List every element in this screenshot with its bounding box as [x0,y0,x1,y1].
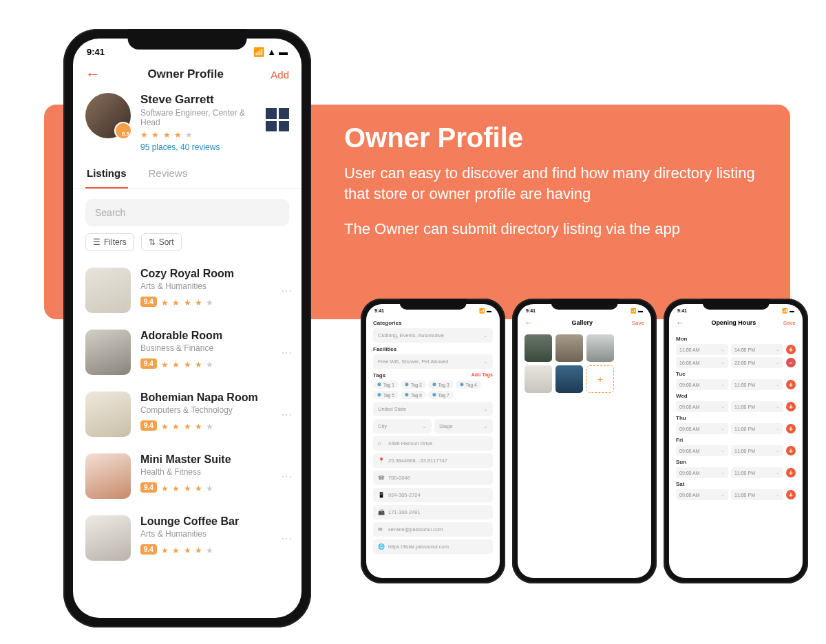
gallery-thumb[interactable] [525,334,552,362]
from-time-select[interactable]: 09:00 AM⌄ [676,467,728,478]
tag-chip[interactable]: ⊗Tag 1 [373,380,399,389]
tag-chip[interactable]: ⊗Tag 7 [428,391,454,399]
add-tags-button[interactable]: Add Tags [472,372,493,377]
gallery-thumb[interactable] [555,334,583,362]
gallery-thumb[interactable] [525,365,552,393]
from-time-select[interactable]: 16:00 AM⌄ [676,357,728,368]
banner-line1: User can easy to discover and find how m… [344,163,771,204]
tag-chip[interactable]: ⊗Tag 4 [456,380,481,389]
remove-tag-icon[interactable]: ⊗ [377,392,381,398]
back-button[interactable]: ← [525,318,533,328]
email-field[interactable]: ✉service@passionui.com [373,522,493,537]
url-field[interactable]: 🌐https://listar.passionui.com [373,539,493,554]
from-time-select[interactable]: 09:00 AM⌄ [676,489,728,500]
listing-item[interactable]: Adorable RoomBusiness & Finance9.4★ ★ ★ … [85,323,289,385]
remove-tag-icon[interactable]: ⊗ [460,382,464,387]
gallery-thumb[interactable] [586,334,614,362]
to-time-select[interactable]: 14:00 PM⌄ [731,344,783,355]
search-input[interactable]: Search [85,199,289,226]
to-time-select[interactable]: 11:00 PM⌄ [731,489,783,500]
remove-tag-icon[interactable]: ⊗ [432,392,436,398]
plus-icon: + [597,374,603,385]
to-time-select[interactable]: 11:00 PM⌄ [731,467,783,478]
avatar[interactable]: 8.9 [85,93,131,138]
more-icon[interactable]: ⋮ [284,347,289,357]
sort-button[interactable]: ⇅Sort [141,233,182,251]
to-time-select[interactable]: 11:00 PM⌄ [731,423,783,434]
add-slot-button[interactable]: + [786,380,796,389]
remove-tag-icon[interactable]: ⊗ [377,382,381,387]
to-time-select[interactable]: 22:00 PM⌄ [731,357,783,368]
tab-listings[interactable]: Listings [85,160,128,189]
day-label: Fri [676,437,796,443]
chevron-down-icon: ⌄ [776,470,780,475]
back-button[interactable]: ← [676,318,684,328]
remove-slot-button[interactable]: − [786,358,796,367]
remove-tag-icon[interactable]: ⊗ [405,392,409,398]
tag-chip[interactable]: ⊗Tag 3 [428,380,454,389]
from-time-select[interactable]: 09:00 AM⌄ [676,401,728,412]
from-time-select[interactable]: 09:00 AM⌄ [676,445,728,456]
home-icon: ⌂ [378,440,385,447]
more-icon[interactable]: ⋮ [284,286,289,295]
tab-reviews[interactable]: Reviews [147,160,189,189]
add-slot-button[interactable]: + [786,424,796,433]
to-time-select[interactable]: 11:00 PM⌄ [731,379,783,390]
address-field[interactable]: ⌂4486 Hanson Drive [373,436,493,451]
add-photo-button[interactable]: + [586,365,614,393]
more-icon[interactable]: ⋮ [284,533,289,543]
gallery-thumb[interactable] [555,365,583,393]
remove-tag-icon[interactable]: ⊗ [432,382,436,387]
add-slot-button[interactable]: + [786,345,796,354]
add-slot-button[interactable]: + [786,468,796,477]
listing-thumb [85,515,131,561]
add-slot-button[interactable]: + [786,402,796,411]
add-button[interactable]: Add [271,69,289,80]
chevron-down-icon: ⌄ [483,358,488,365]
remove-tag-icon[interactable]: ⊗ [405,382,409,387]
to-time-select[interactable]: 11:00 PM⌄ [731,401,783,412]
listing-item[interactable]: Mini Master SuiteHealth & Fitness9.4★ ★ … [85,447,289,508]
from-time-select[interactable]: 09:00 AM⌄ [676,379,728,390]
listing-category: Business & Finance [140,343,274,353]
phone3-field[interactable]: 📠171-300-2491 [373,505,493,519]
more-icon[interactable]: ⋮ [284,471,289,481]
phone2-field[interactable]: 📱924-305-2724 [373,488,493,502]
city-select[interactable]: City⌄ [373,419,432,433]
profile-name: Steve Garrett [140,93,256,107]
more-icon[interactable]: ⋮ [284,409,289,419]
coords-field[interactable]: 📍25.3844968, -33.8117747 [373,453,493,468]
chevron-down-icon: ⌄ [721,360,725,365]
hours-row: 11:00 AM⌄14:00 PM⌄+ [676,344,796,355]
wifi-icon: ▲ [267,47,276,57]
save-button[interactable]: Save [783,320,796,326]
chevron-down-icon: ⌄ [483,406,488,412]
from-time-select[interactable]: 09:00 AM⌄ [676,423,728,434]
tag-chip[interactable]: ⊗Tag 2 [401,380,426,389]
save-button[interactable]: Save [632,320,644,326]
stage-select[interactable]: Stage⌄ [434,419,493,433]
phone1-field[interactable]: ☎700-0046 [373,471,493,485]
listing-item[interactable]: Lounge Coffee BarArts & Humanities9.4★ ★… [85,508,289,570]
filters-button[interactable]: ☰Filters [85,233,134,251]
listing-item[interactable]: Cozy Royal RoomArts & Humanities9.4★ ★ ★… [85,261,289,323]
main-phone-frame: 9:41 📶 ▲ ▬ ← Owner Profile Add 8.9 Steve… [63,29,311,627]
day-label: Wed [676,393,796,399]
facilities-select[interactable]: Free Wifi, Shower, Pet Allowed⌄ [373,354,493,369]
listing-item[interactable]: Bohemian Napa RoomComputers & Technology… [85,385,289,447]
hours-row: 09:00 AM⌄11:00 PM⌄+ [676,489,796,500]
add-slot-button[interactable]: + [786,446,796,455]
chevron-down-icon: ⌄ [776,404,780,409]
from-time-select[interactable]: 11:00 AM⌄ [676,344,728,355]
tag-chip[interactable]: ⊗Tag 5 [373,391,399,399]
day-label: Thu [676,415,796,421]
add-slot-button[interactable]: + [786,490,796,500]
country-select[interactable]: United State⌄ [373,402,493,416]
tag-chip[interactable]: ⊗Tag 6 [401,391,426,399]
profile-stats[interactable]: 95 places, 40 reviews [140,142,256,152]
categories-select[interactable]: Clothing, Events, Automotive⌄ [373,328,493,343]
qr-code-icon[interactable] [266,108,289,131]
listing-thumb [85,391,131,437]
to-time-select[interactable]: 11:00 PM⌄ [731,445,783,456]
back-button[interactable]: ← [85,65,100,83]
